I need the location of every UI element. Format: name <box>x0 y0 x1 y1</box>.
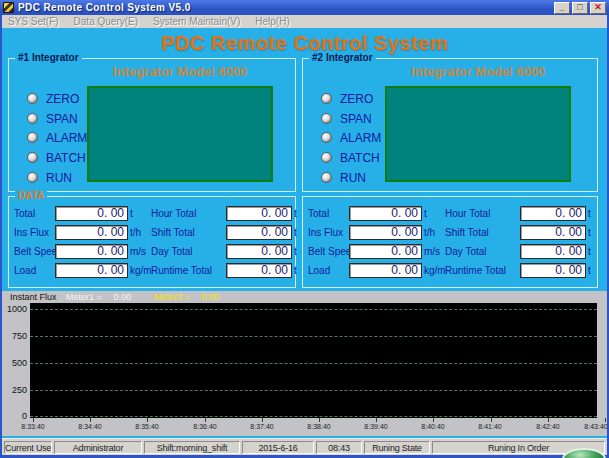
hour-total-label: Hour Total <box>151 208 225 219</box>
day-total-label: Day Total <box>151 246 225 257</box>
belt-speed-label: Belt Speed <box>14 246 54 257</box>
menu-data-query[interactable]: Data Query(E) <box>74 16 138 27</box>
radio-label: ZERO <box>340 92 373 106</box>
day-total-field-2[interactable]: 0. 00 <box>520 244 586 259</box>
intg1-radio-run[interactable]: RUN <box>27 171 72 184</box>
x-tick-label: 8:40:40 <box>421 423 444 430</box>
intg2-radio-span[interactable]: SPAN <box>321 112 372 125</box>
y-tick-label: 750 <box>2 331 27 341</box>
load-field-2[interactable]: 0. 00 <box>349 263 422 278</box>
runtime-total-field[interactable]: 0. 00 <box>226 263 292 278</box>
meter1-label: Meter1 = <box>66 292 102 302</box>
gridline <box>30 363 597 364</box>
belt-speed-unit: m/s <box>423 246 444 257</box>
x-tick-label: 8:37:40 <box>250 423 273 430</box>
radio-icon <box>27 93 38 104</box>
status-running-state-label: Runing State <box>364 441 430 454</box>
shift-total-unit: t <box>293 227 300 238</box>
day-total-unit: t <box>293 246 300 257</box>
app-window: PDC Remote Control System V5.0 _ □ ✕ SYS… <box>0 0 609 458</box>
radio-icon <box>321 93 332 104</box>
data-group-2: Total 0. 00 t Hour Total 0. 00 t Ins Flu… <box>302 196 598 288</box>
day-total-field[interactable]: 0. 00 <box>226 244 292 259</box>
integrator-1-display-panel <box>87 86 273 182</box>
y-tick-label: 500 <box>2 358 27 368</box>
x-tick-label: 8:39:40 <box>364 423 387 430</box>
hour-total-unit: t <box>293 208 300 219</box>
menu-sys-set[interactable]: SYS Set(F) <box>8 16 59 27</box>
hour-total-field-2[interactable]: 0. 00 <box>520 206 586 221</box>
maximize-button[interactable]: □ <box>572 2 588 14</box>
menu-help[interactable]: Help(H) <box>255 16 289 27</box>
status-current-user-label: Current User <box>4 441 52 454</box>
x-axis-ticks <box>33 418 606 422</box>
menu-system-maintain[interactable]: System Maintain(V) <box>153 16 240 27</box>
intg1-radio-zero[interactable]: ZERO <box>27 92 79 105</box>
ins-flux-field-2[interactable]: 0. 00 <box>349 225 422 240</box>
integrator-1-group-label: #1 Integrator <box>15 52 82 63</box>
intg1-radio-alarm[interactable]: ALARM <box>27 131 87 144</box>
radio-icon <box>321 113 332 124</box>
ins-flux-unit: t/h <box>423 227 444 238</box>
integrator-2-model-title: Integrator Model 6000 <box>385 64 571 79</box>
runtime-total-unit: t <box>587 265 594 276</box>
status-shift: Shift:morning_shift <box>144 441 240 454</box>
total-field[interactable]: 0. 00 <box>55 206 128 221</box>
radio-icon <box>321 152 332 163</box>
radio-icon <box>27 172 38 183</box>
radio-label: SPAN <box>340 112 372 126</box>
x-tick-label: 8:33:40 <box>21 423 44 430</box>
hour-total-unit: t <box>587 208 594 219</box>
shift-total-label: Shift Total <box>445 227 519 238</box>
belt-speed-unit: m/s <box>129 246 150 257</box>
integrator-1-model-title: Integrator Model 6000 <box>87 64 273 79</box>
intg1-radio-span[interactable]: SPAN <box>27 112 78 125</box>
radio-label: SPAN <box>46 112 78 126</box>
intg2-radio-batch[interactable]: BATCH <box>321 151 380 164</box>
intg2-radio-run[interactable]: RUN <box>321 171 366 184</box>
radio-icon <box>27 113 38 124</box>
x-tick-label: 8:41:40 <box>478 423 501 430</box>
total-field-2[interactable]: 0. 00 <box>349 206 422 221</box>
x-tick-label: 8:38:40 <box>307 423 330 430</box>
load-unit: kg/m <box>129 265 150 276</box>
radio-icon <box>321 172 332 183</box>
hour-total-field[interactable]: 0. 00 <box>226 206 292 221</box>
intg2-radio-alarm[interactable]: ALARM <box>321 131 381 144</box>
load-field[interactable]: 0. 00 <box>55 263 128 278</box>
integrator-1-group: #1 Integrator Integrator Model 6000 ZERO… <box>8 58 296 192</box>
shift-total-label: Shift Total <box>151 227 225 238</box>
day-total-label: Day Total <box>445 246 519 257</box>
status-bar: Current User Administrator Shift:morning… <box>2 438 607 455</box>
day-total-unit: t <box>587 246 594 257</box>
radio-label: RUN <box>46 171 72 185</box>
window-title: PDC Remote Control System V5.0 <box>18 2 554 13</box>
y-tick-label: 0 <box>2 411 27 421</box>
radio-icon <box>27 152 38 163</box>
total-unit: t <box>423 208 444 219</box>
ins-flux-field[interactable]: 0. 00 <box>55 225 128 240</box>
intg2-radio-zero[interactable]: ZERO <box>321 92 373 105</box>
x-tick-label: 8:35:40 <box>135 423 158 430</box>
radio-label: BATCH <box>46 151 86 165</box>
belt-speed-field[interactable]: 0. 00 <box>55 244 128 259</box>
load-unit: kg/m <box>423 265 444 276</box>
belt-speed-field-2[interactable]: 0. 00 <box>349 244 422 259</box>
x-tick-label: 8:34:40 <box>78 423 101 430</box>
chart-panel: Instant Flux Meter1 =0.00 Meter2 =0.00 1… <box>2 291 607 436</box>
runtime-total-field-2[interactable]: 0. 00 <box>520 263 586 278</box>
shift-total-field[interactable]: 0. 00 <box>226 225 292 240</box>
radio-label: ALARM <box>46 131 87 145</box>
data-field-grid: Total 0. 00 t Hour Total 0. 00 t Ins Flu… <box>308 206 594 278</box>
meter1-legend: Meter1 =0.00 <box>66 292 131 302</box>
integrator-2-group-label: #2 Integrator <box>309 52 376 63</box>
load-label: Load <box>308 265 348 276</box>
minimize-button[interactable]: _ <box>554 2 570 14</box>
intg1-radio-batch[interactable]: BATCH <box>27 151 86 164</box>
shift-total-unit: t <box>587 227 594 238</box>
ins-flux-unit: t/h <box>129 227 150 238</box>
close-button[interactable]: ✕ <box>590 2 606 14</box>
shift-total-field-2[interactable]: 0. 00 <box>520 225 586 240</box>
meter2-label: Meter2 = <box>154 292 190 302</box>
radio-icon <box>27 132 38 143</box>
